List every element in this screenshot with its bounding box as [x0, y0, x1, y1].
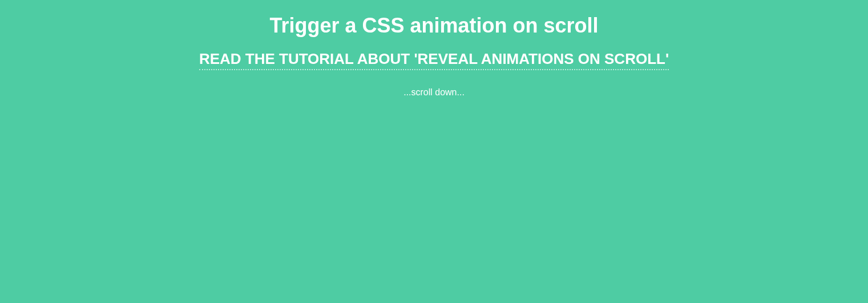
page-title: Trigger a CSS animation on scroll [0, 14, 868, 38]
tutorial-link[interactable]: READ THE TUTORIAL ABOUT 'REVEAL ANIMATIO… [199, 50, 669, 70]
scroll-hint-text: ...scroll down... [0, 87, 868, 98]
